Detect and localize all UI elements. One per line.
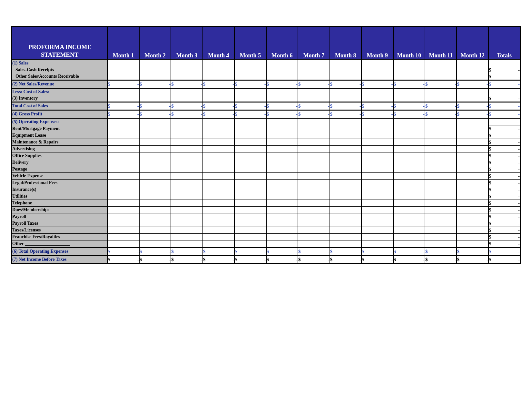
data-cell[interactable]: [139, 180, 171, 186]
data-cell[interactable]: [393, 186, 425, 193]
data-cell[interactable]: [171, 207, 202, 213]
data-cell[interactable]: [171, 88, 202, 95]
data-cell[interactable]: [234, 207, 266, 213]
data-cell[interactable]: [171, 95, 202, 102]
data-cell[interactable]: [361, 146, 393, 152]
data-cell[interactable]: $-: [171, 102, 202, 110]
data-cell[interactable]: [425, 207, 457, 213]
data-cell[interactable]: [203, 67, 234, 73]
data-cell[interactable]: [107, 95, 139, 102]
data-cell[interactable]: [203, 180, 234, 186]
data-cell[interactable]: [361, 132, 393, 139]
data-cell[interactable]: [266, 227, 298, 234]
data-cell[interactable]: $-: [139, 110, 171, 118]
data-cell[interactable]: [234, 173, 266, 180]
data-cell[interactable]: [266, 234, 298, 240]
data-cell[interactable]: [171, 173, 202, 180]
data-cell[interactable]: $-: [393, 256, 425, 264]
data-cell[interactable]: [361, 220, 393, 227]
data-cell[interactable]: [203, 88, 234, 95]
data-cell[interactable]: [139, 139, 171, 146]
data-cell[interactable]: [203, 132, 234, 139]
data-cell[interactable]: $-: [171, 248, 202, 256]
data-cell[interactable]: [171, 234, 202, 240]
data-cell[interactable]: [457, 67, 488, 73]
data-cell[interactable]: [393, 234, 425, 240]
data-cell[interactable]: [234, 146, 266, 152]
data-cell[interactable]: [298, 207, 330, 213]
data-cell[interactable]: [266, 220, 298, 227]
data-cell[interactable]: [107, 166, 139, 173]
data-cell[interactable]: [203, 118, 234, 125]
data-cell[interactable]: [361, 180, 393, 186]
data-cell[interactable]: [330, 159, 361, 166]
data-cell[interactable]: [298, 125, 330, 132]
data-cell[interactable]: [298, 67, 330, 73]
data-cell[interactable]: $-: [171, 110, 202, 118]
data-cell[interactable]: $-: [298, 80, 330, 88]
data-cell[interactable]: [330, 234, 361, 240]
data-cell[interactable]: [139, 152, 171, 159]
data-cell[interactable]: [361, 152, 393, 159]
data-cell[interactable]: [457, 213, 488, 220]
data-cell[interactable]: [457, 240, 488, 248]
data-cell[interactable]: $-: [139, 80, 171, 88]
data-cell[interactable]: [171, 139, 202, 146]
data-cell[interactable]: $-: [139, 248, 171, 256]
data-cell[interactable]: [107, 139, 139, 146]
data-cell[interactable]: [139, 95, 171, 102]
data-cell[interactable]: $-: [425, 80, 457, 88]
data-cell[interactable]: [457, 73, 488, 80]
data-cell[interactable]: [393, 125, 425, 132]
data-cell[interactable]: [330, 166, 361, 173]
data-cell[interactable]: [393, 67, 425, 73]
data-cell[interactable]: [266, 166, 298, 173]
data-cell-total[interactable]: [488, 59, 520, 67]
data-cell[interactable]: [298, 186, 330, 193]
data-cell[interactable]: [298, 227, 330, 234]
data-cell[interactable]: [361, 240, 393, 248]
data-cell[interactable]: [266, 207, 298, 213]
data-cell[interactable]: [393, 180, 425, 186]
data-cell[interactable]: [330, 213, 361, 220]
data-cell[interactable]: [234, 240, 266, 248]
data-cell[interactable]: [107, 125, 139, 132]
data-cell[interactable]: [330, 88, 361, 95]
data-cell[interactable]: [171, 146, 202, 152]
data-cell-total[interactable]: $-: [488, 227, 520, 234]
data-cell[interactable]: [361, 139, 393, 146]
data-cell[interactable]: [203, 200, 234, 207]
data-cell[interactable]: [393, 200, 425, 207]
data-cell[interactable]: [330, 73, 361, 80]
data-cell[interactable]: [457, 173, 488, 180]
data-cell[interactable]: [298, 95, 330, 102]
data-cell[interactable]: [107, 200, 139, 207]
data-cell[interactable]: [203, 240, 234, 248]
data-cell[interactable]: $-: [330, 248, 361, 256]
data-cell[interactable]: [425, 240, 457, 248]
data-cell[interactable]: [298, 139, 330, 146]
data-cell[interactable]: [234, 125, 266, 132]
data-cell[interactable]: $-: [266, 248, 298, 256]
data-cell[interactable]: [457, 132, 488, 139]
data-cell[interactable]: [203, 159, 234, 166]
data-cell[interactable]: [330, 200, 361, 207]
data-cell[interactable]: [139, 73, 171, 80]
data-cell[interactable]: $-: [171, 80, 202, 88]
data-cell[interactable]: [234, 220, 266, 227]
data-cell[interactable]: [139, 67, 171, 73]
data-cell[interactable]: [107, 234, 139, 240]
data-cell[interactable]: [266, 193, 298, 200]
data-cell[interactable]: [425, 146, 457, 152]
data-cell[interactable]: $-: [107, 80, 139, 88]
data-cell[interactable]: [393, 173, 425, 180]
data-cell[interactable]: [298, 180, 330, 186]
data-cell[interactable]: [139, 166, 171, 173]
data-cell[interactable]: [139, 193, 171, 200]
data-cell[interactable]: [361, 95, 393, 102]
data-cell[interactable]: [457, 186, 488, 193]
data-cell[interactable]: [425, 73, 457, 80]
data-cell[interactable]: [457, 193, 488, 200]
data-cell[interactable]: [234, 139, 266, 146]
data-cell[interactable]: $-: [298, 248, 330, 256]
